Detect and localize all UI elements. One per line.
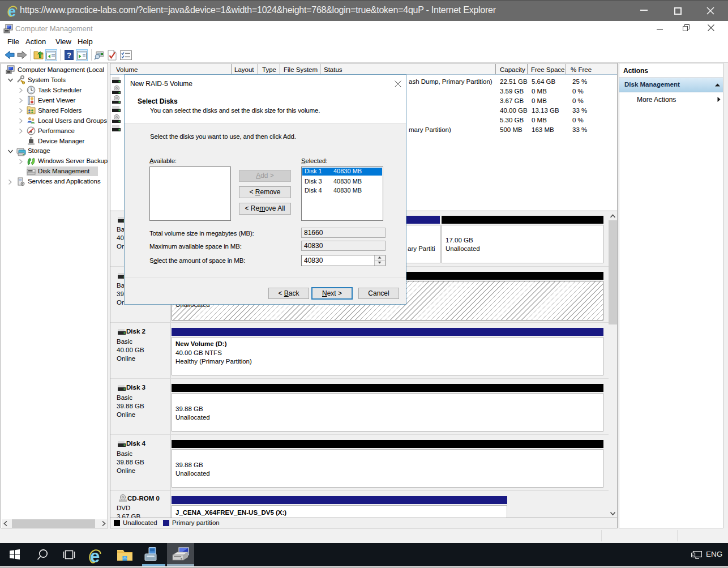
svg-text:e: e xyxy=(90,548,100,566)
svg-text:?: ? xyxy=(67,51,71,59)
